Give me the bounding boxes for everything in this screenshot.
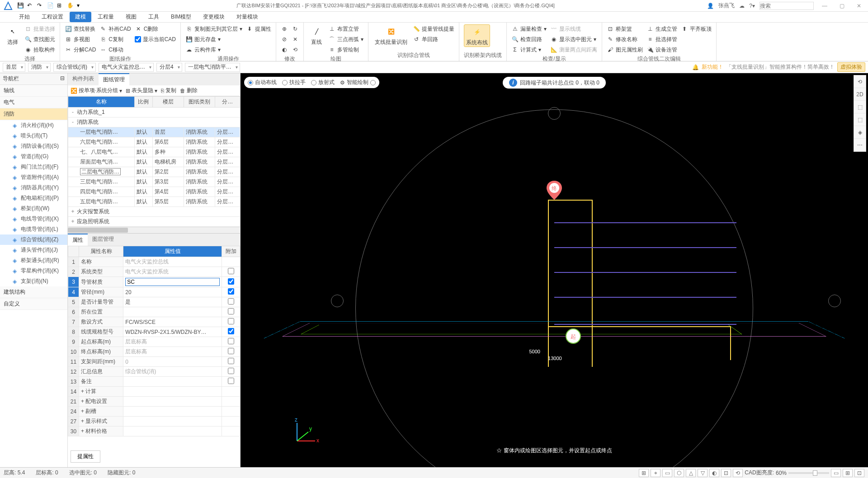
crumb-5[interactable]: 一层电气消防平… [185,63,240,72]
nav-sub-2[interactable]: ◈消防设备(消)(S) [0,141,67,151]
batch-sel-pipe[interactable]: ≡批选择管 [646,35,677,44]
branch-recognize[interactable]: 🔀支线批量识别 [373,24,409,46]
user-name[interactable]: 张燕飞 [718,2,735,9]
menu-tab-6[interactable]: BIM模型 [165,12,197,22]
c-delete[interactable]: ✕C删除 [135,24,176,33]
st-4[interactable]: ⬡ [674,469,684,477]
nav-sub-9[interactable]: ◈电线导管(消)(X) [0,214,67,224]
mod3[interactable]: ◐ [281,45,288,54]
prop-row[interactable]: 1名称电气火灾监控总线 [68,257,240,267]
multi-view[interactable]: ⊞多视图 [65,35,96,44]
crumb-2[interactable]: 综合管线(消) [53,63,96,72]
mode-2[interactable]: 放射式 [311,79,335,86]
nav-sub-15[interactable]: ◈支架(消)(N) [0,276,67,286]
rt-2[interactable]: ⬚ [854,101,866,113]
menu-tab-8[interactable]: 对量模块 [231,12,264,22]
system-wiring[interactable]: ⚡系统布线 [464,24,490,47]
prop-row[interactable]: 21+ 配电设置 [68,397,240,407]
prop-check[interactable] [228,278,234,285]
prop-check[interactable] [228,308,234,314]
nav-cat-0[interactable]: 轴线 [0,85,67,97]
line-button[interactable]: ╱直线 [308,24,325,46]
rename[interactable]: ✎修改名称 [607,35,643,44]
show-cad-check[interactable]: 显示当前CAD [135,35,176,44]
find-element[interactable]: 🔍查找图元 [24,35,55,44]
crumb-4[interactable]: 分层4 [156,63,182,72]
table-row[interactable]: - 动力系统_1 [68,108,240,117]
leak-check[interactable]: ⚠漏量检查 ▾ [511,24,547,33]
rt-4[interactable]: ◈ [854,126,866,139]
crumb-3[interactable]: 电气火灾监控总… [99,63,154,72]
nav-sub-10[interactable]: ◈电缆导管(消)(L) [0,224,67,234]
extract-attr[interactable]: ⬇提属性 [246,24,271,33]
find-replace[interactable]: 🔄查找替换 [65,24,96,33]
nav-sub-6[interactable]: ◈消防器具(消)(Y) [0,183,67,193]
prop-row[interactable]: 12汇总信息综合管线(消) [68,367,240,377]
decompose-cad[interactable]: ✂分解CAD [65,45,96,54]
table-row[interactable]: + 应急照明系统 [68,217,240,227]
c-copy[interactable]: ⎘C复制 [99,35,131,44]
tab-drawings[interactable]: 图纸管理 [99,73,129,85]
nav-cat-2[interactable]: 消防 [0,108,67,120]
st-b[interactable]: ⊞ [843,469,853,477]
st-a[interactable]: ▭ [831,469,841,477]
table-row[interactable]: 七、八层电气…默认多种消防系统分层… [68,147,240,157]
property-table[interactable]: 属性名称 属性值 附加 1名称电气火灾监控总线2系统类型电气火灾监控系统3导管材… [68,246,240,436]
dropdown-icon[interactable]: ▾ [77,2,84,9]
prop-row[interactable]: 7敷设方式FC/WS/SCE [68,317,240,327]
search-input[interactable] [760,2,814,10]
table-row[interactable]: 二层电气消防…默认第2层消防系统分层… [68,167,240,177]
mod2[interactable]: ⊘ [281,35,288,44]
single-loop[interactable]: ↺单回路 [413,35,454,44]
menu-tab-4[interactable]: 视图 [120,12,142,22]
save-icon[interactable]: 💾 [17,2,24,9]
prop-row[interactable]: 2系统类型电气火灾监控系统 [68,267,240,277]
element-save[interactable]: 💾图元存盘 ▾ [185,35,242,44]
mod5[interactable]: ✕ [292,35,299,44]
st-9[interactable]: ⟲ [733,469,743,477]
st-3[interactable]: ▭ [662,469,672,477]
nav-sub-8[interactable]: ◈桥架(消)(W) [0,203,67,214]
nav-sub-1[interactable]: ◈喷头(消)(T) [0,131,67,141]
prop-row[interactable]: 9起点标高(m)层底标高 [68,337,240,347]
device-conn[interactable]: 🔌设备连管 [646,45,677,54]
prop-check[interactable] [228,288,234,295]
prop-row[interactable]: 27+ 显示样式 [68,417,240,426]
mode-0[interactable]: 自动布线 [248,79,277,86]
nav-sub-4[interactable]: ◈阀门法兰(消)(F) [0,162,67,172]
menu-tab-2[interactable]: 建模 [70,12,91,22]
cloud-icon[interactable]: ☁ [739,3,745,9]
nav-sub-5[interactable]: ◈管道附件(消)(A) [0,172,67,183]
menu-tab-0[interactable]: 开始 [14,12,35,22]
three-point-arc[interactable]: ⌒三点画弧 ▾ [328,35,363,44]
crumb-1[interactable]: 消防 [28,63,51,72]
table-row[interactable]: - 消防系统 [68,117,240,127]
maximize-icon[interactable]: ▢ [835,3,848,9]
prop-row[interactable]: 11支架间距(mm)0 [68,357,240,367]
st-7[interactable]: ◐ [709,469,719,477]
drawing-table[interactable]: 名称 比例 楼层 图纸类别 分… - 动力系统_1- 消防系统一层电气消防…默认… [68,96,240,227]
user-icon[interactable]: 👤 [707,3,714,9]
table-row[interactable]: + 火灾报警系统 [68,207,240,217]
header-toggle[interactable]: ⊞表头显隐 ▾ [126,87,157,94]
prop-check[interactable] [228,378,234,384]
table-row[interactable]: 屋面层电气消…默认电梯机房消防系统分层… [68,157,240,167]
flush-top[interactable]: ⬆平齐板顶 [681,24,712,33]
pick-component[interactable]: ◉拾取构件 [24,45,55,54]
prop-check[interactable] [228,348,234,354]
st-c[interactable]: ⊡ [854,469,864,477]
close-icon[interactable]: ✕ [853,3,865,9]
grid-icon[interactable]: ⊞ [57,2,64,9]
prop-row[interactable]: 3导管材质 [68,277,240,287]
nav-cat-4[interactable]: 自定义 [0,298,67,310]
tray-basket[interactable]: ⊡桥架篮 [607,24,643,33]
menu-tab-1[interactable]: 工程设置 [36,12,69,22]
st-6[interactable]: ▽ [698,469,708,477]
cloud-comp[interactable]: ☁云构件库 ▾ [185,45,242,54]
nav-sub-14[interactable]: ◈零星构件(消)(K) [0,266,67,276]
prop-row[interactable]: 10终点标高(m)层底标高 [68,347,240,357]
prop-row[interactable]: 24+ 剔槽 [68,407,240,417]
try-button[interactable]: 虚拟体验 [837,62,865,72]
table-row[interactable]: 三层电气消防…默认第3层消防系统分层… [68,177,240,187]
attr-brush[interactable]: 🖌图元属性刷 [607,45,643,54]
